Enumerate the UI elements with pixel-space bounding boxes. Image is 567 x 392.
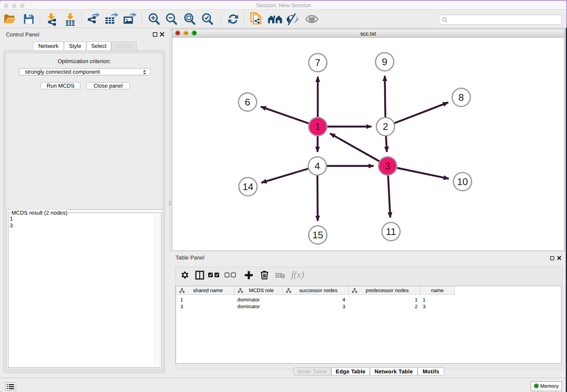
svg-text:7: 7 <box>315 57 321 68</box>
svg-text:10: 10 <box>457 176 468 187</box>
svg-text:4: 4 <box>315 160 320 171</box>
svg-text:11: 11 <box>386 226 396 237</box>
svg-text:3: 3 <box>385 160 391 171</box>
svg-text:2: 2 <box>383 121 388 132</box>
svg-text:6: 6 <box>245 97 250 108</box>
svg-text:1: 1 <box>315 121 321 132</box>
svg-text:15: 15 <box>312 229 323 240</box>
svg-text:14: 14 <box>242 181 253 192</box>
svg-text:8: 8 <box>459 92 464 103</box>
svg-text:9: 9 <box>382 56 388 67</box>
